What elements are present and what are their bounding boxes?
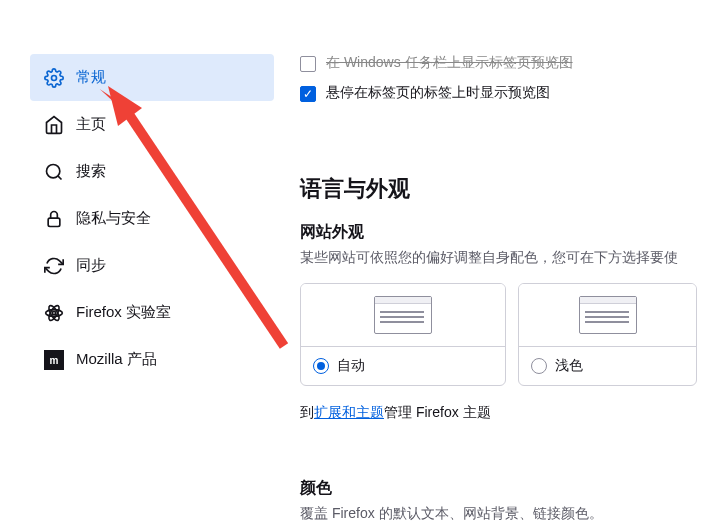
sidebar-item-label: 常规 xyxy=(76,68,106,87)
lock-icon xyxy=(44,209,64,229)
mozilla-icon: m xyxy=(44,350,64,370)
svg-line-2 xyxy=(58,175,62,179)
sidebar-item-mozilla[interactable]: m Mozilla 产品 xyxy=(30,336,274,383)
extensions-themes-link[interactable]: 扩展和主题 xyxy=(314,404,384,420)
sidebar: 常规 主页 搜索 隐私与安全 同步 Firefox 实验室 m Mozilla xyxy=(30,54,274,383)
svg-point-1 xyxy=(47,164,60,177)
theme-management-line: 到扩展和主题管理 Firefox 主题 xyxy=(300,404,697,422)
checkbox-label: 悬停在标签页的标签上时显示预览图 xyxy=(326,84,550,102)
window-icon xyxy=(579,296,637,334)
home-icon xyxy=(44,115,64,135)
sidebar-item-home[interactable]: 主页 xyxy=(30,101,274,148)
theme-label: 浅色 xyxy=(555,357,583,375)
gear-icon xyxy=(44,68,64,88)
sync-icon xyxy=(44,256,64,276)
sidebar-item-label: 隐私与安全 xyxy=(76,209,151,228)
svg-point-0 xyxy=(52,75,57,80)
section-title-language-appearance: 语言与外观 xyxy=(300,174,697,204)
checkbox-taskbar-preview[interactable]: 在 Windows 任务栏上显示标签页预览图 xyxy=(300,54,697,72)
theme-options: 自动 浅色 xyxy=(300,283,697,386)
sidebar-item-sync[interactable]: 同步 xyxy=(30,242,274,289)
flask-icon xyxy=(44,303,64,323)
checkbox-icon[interactable] xyxy=(300,56,316,72)
checkbox-icon[interactable] xyxy=(300,86,316,102)
sidebar-item-search[interactable]: 搜索 xyxy=(30,148,274,195)
sidebar-item-privacy[interactable]: 隐私与安全 xyxy=(30,195,274,242)
svg-rect-3 xyxy=(48,218,60,226)
theme-preview xyxy=(301,284,505,346)
sidebar-item-general[interactable]: 常规 xyxy=(30,54,274,101)
checkbox-hover-preview[interactable]: 悬停在标签页的标签上时显示预览图 xyxy=(300,84,697,102)
text: 管理 Firefox 主题 xyxy=(384,404,491,420)
theme-option-light[interactable]: 浅色 xyxy=(518,283,697,386)
window-icon xyxy=(374,296,432,334)
appearance-helper: 某些网站可依照您的偏好调整自身配色，您可在下方选择要使 xyxy=(300,249,697,267)
subsection-title-website-appearance: 网站外观 xyxy=(300,222,697,243)
theme-preview xyxy=(519,284,696,346)
sidebar-item-label: 主页 xyxy=(76,115,106,134)
svg-text:m: m xyxy=(50,355,59,366)
theme-option-auto[interactable]: 自动 xyxy=(300,283,506,386)
text: 到 xyxy=(300,404,314,420)
sidebar-item-label: Mozilla 产品 xyxy=(76,350,157,369)
radio-icon[interactable] xyxy=(313,358,329,374)
checkbox-label: 在 Windows 任务栏上显示标签页预览图 xyxy=(326,54,573,72)
sidebar-item-label: 同步 xyxy=(76,256,106,275)
radio-icon[interactable] xyxy=(531,358,547,374)
search-icon xyxy=(44,162,64,182)
svg-point-4 xyxy=(52,311,55,314)
subsection-title-colors: 颜色 xyxy=(300,478,697,499)
sidebar-item-label: Firefox 实验室 xyxy=(76,303,171,322)
sidebar-item-experiments[interactable]: Firefox 实验室 xyxy=(30,289,274,336)
main-content: 在 Windows 任务栏上显示标签页预览图 悬停在标签页的标签上时显示预览图 … xyxy=(300,54,705,522)
colors-helper: 覆盖 Firefox 的默认文本、网站背景、链接颜色。 xyxy=(300,505,697,522)
theme-label: 自动 xyxy=(337,357,365,375)
sidebar-item-label: 搜索 xyxy=(76,162,106,181)
